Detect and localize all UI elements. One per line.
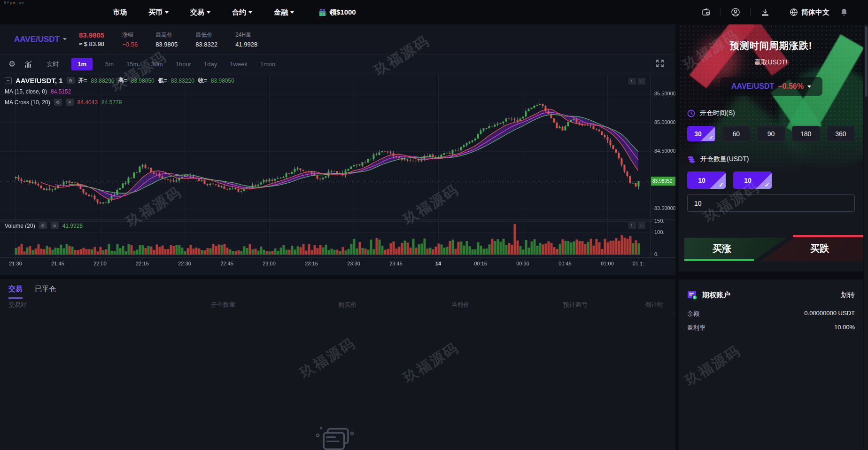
high-label: 高= bbox=[118, 77, 127, 85]
nav-item-市场[interactable]: 市场 bbox=[113, 8, 127, 17]
collapse-icon[interactable]: − bbox=[5, 77, 12, 84]
nav-item-买币[interactable]: 买币 bbox=[148, 8, 169, 17]
transfer-link[interactable]: 划转 bbox=[841, 291, 855, 300]
check-icon: ✓ bbox=[719, 181, 724, 188]
close-icon[interactable]: ✕ bbox=[66, 99, 74, 106]
amount-preset-1[interactable]: 10 ✓ bbox=[687, 171, 726, 189]
gear-icon[interactable]: ⚙ bbox=[39, 222, 47, 229]
indicator-icon[interactable] bbox=[24, 61, 32, 68]
ohlc-legend: − AAVE/USDT, 1 ⚙ 开=83.88290 高=83.98050 低… bbox=[5, 77, 234, 85]
chevron-down-icon bbox=[63, 38, 67, 40]
buy-up-accent bbox=[684, 259, 754, 261]
time-option-360[interactable]: 360 bbox=[827, 126, 855, 141]
account-header: 期权账户 划转 bbox=[687, 290, 855, 300]
buy-row: 买涨 买跌 bbox=[679, 235, 863, 264]
chevron-down-icon bbox=[248, 11, 252, 14]
timeframe-1week[interactable]: 1week bbox=[230, 61, 248, 68]
timeframe-30m[interactable]: 30m bbox=[151, 61, 163, 68]
timeframe-1day[interactable]: 1day bbox=[204, 61, 217, 68]
time-option-180[interactable]: 180 bbox=[792, 126, 820, 141]
time-option-30[interactable]: 30✓ bbox=[687, 126, 715, 141]
nav-item-label: 合约 bbox=[232, 8, 246, 17]
divider bbox=[721, 8, 721, 16]
timeframe-1hour[interactable]: 1hour bbox=[176, 61, 191, 68]
stat-value: −0.56 bbox=[122, 41, 138, 48]
stat-value: 41.9928 bbox=[235, 41, 257, 48]
time-option-60[interactable]: 60 bbox=[722, 126, 750, 141]
stat-value: 83.9805 bbox=[155, 41, 178, 48]
column-当前价: 当前价 bbox=[404, 301, 517, 309]
user-icon[interactable] bbox=[730, 7, 741, 17]
open-value: 83.88290 bbox=[91, 78, 115, 84]
chart-toolbar: ⚙ 实时1m5m15m30m1hour1day1week1mon bbox=[0, 54, 675, 74]
wallet-icon[interactable] bbox=[701, 7, 711, 17]
bell-icon[interactable] bbox=[839, 7, 849, 17]
timeframe-row: 实时1m5m15m30m1hour1day1week1mon bbox=[46, 58, 275, 70]
timeframe-1m[interactable]: 1m bbox=[71, 58, 93, 70]
language-label: 简体中文 bbox=[801, 8, 829, 17]
nav-item-交易[interactable]: 交易 bbox=[190, 8, 210, 17]
chevron-down-icon bbox=[807, 85, 811, 88]
empty-state-icon bbox=[307, 424, 363, 450]
time-options: 30✓6090180360 bbox=[687, 126, 855, 141]
approx-price: ≈ $ 83.98 bbox=[79, 40, 104, 47]
last-price: 83.9805 bbox=[79, 31, 104, 39]
row-value: 0.00000000 USDT bbox=[804, 310, 855, 318]
nav-item-合约[interactable]: 合约 bbox=[232, 8, 252, 17]
buy-down-accent bbox=[793, 235, 863, 237]
time-option-label: 360 bbox=[835, 130, 846, 138]
macross-legend: MA Cross (10, 20) ⚙ ✕ 84.4043 84.5779 bbox=[5, 99, 122, 106]
volume-legend: Volume (20) ⚙ ✕ 41.9928 bbox=[5, 222, 83, 229]
ma-label: MA (15, close, 0) bbox=[5, 88, 47, 95]
open-time-label: 开仓时间(S) bbox=[700, 109, 735, 117]
check-icon: ✓ bbox=[765, 181, 770, 188]
pair-selector-dropdown[interactable]: AAVE/USDT −0.56% bbox=[720, 77, 822, 96]
nav-right: 简体中文 bbox=[701, 0, 849, 24]
download-icon[interactable] bbox=[760, 7, 770, 17]
coins-icon bbox=[687, 155, 696, 163]
settings-gear-icon[interactable]: ⚙ bbox=[8, 59, 16, 69]
amount-input[interactable] bbox=[687, 194, 855, 212]
open-time-section: 开仓时间(S) bbox=[687, 109, 735, 117]
time-option-90[interactable]: 90 bbox=[757, 126, 785, 141]
nav-menu: 市场买币交易合约金融 bbox=[113, 8, 294, 17]
gear-icon[interactable]: ⚙ bbox=[67, 77, 75, 84]
gear-icon[interactable]: ⚙ bbox=[54, 99, 62, 106]
pair-label: AAVE/USDT bbox=[14, 35, 60, 44]
low-label: 低= bbox=[158, 77, 167, 85]
trade-panel: 预测时间周期涨跌! 赢取USDT! AAVE/USDT −0.56% 开仓时间(… bbox=[679, 24, 863, 272]
legend-symbol: AAVE/USDT, 1 bbox=[16, 77, 63, 85]
positions-table-header: 交易对开仓数量购买价当前价预计盈亏倒计时 bbox=[0, 301, 663, 309]
preset-label: 10 bbox=[698, 177, 705, 184]
tab-交易[interactable]: 交易 bbox=[8, 285, 23, 299]
timeframe-5m[interactable]: 5m bbox=[105, 61, 114, 68]
account-title: 期权账户 bbox=[702, 291, 730, 300]
chevron-down-icon bbox=[165, 11, 169, 14]
scrollbar-thumb[interactable] bbox=[865, 26, 868, 97]
nav-item-金融[interactable]: 金融 bbox=[274, 8, 294, 17]
account-panel: 期权账户 划转 余额 0.00000000 USDT盈利率 10.00% bbox=[679, 279, 863, 450]
open-label: 开= bbox=[78, 77, 87, 85]
account-row-余额: 余额 0.00000000 USDT bbox=[687, 310, 855, 318]
timeframe-15m[interactable]: 15m bbox=[126, 61, 138, 68]
close-value: 83.98050 bbox=[211, 78, 234, 84]
time-option-label: 90 bbox=[767, 130, 775, 138]
promo-button[interactable]: 领$1000 bbox=[318, 8, 356, 17]
divider bbox=[0, 313, 675, 313]
column-预计盈亏: 预计盈亏 bbox=[517, 301, 634, 309]
chevron-down-icon bbox=[290, 11, 294, 14]
site-tag: 9fym.me bbox=[4, 1, 25, 6]
stat-最低价: 最低价 83.8322 bbox=[195, 31, 217, 48]
macross-label: MA Cross (10, 20) bbox=[5, 99, 50, 106]
tab-已平仓[interactable]: 已平仓 bbox=[35, 285, 56, 299]
close-icon[interactable]: ✕ bbox=[51, 222, 59, 229]
fullscreen-icon[interactable] bbox=[655, 58, 665, 70]
language-selector[interactable]: 简体中文 bbox=[790, 8, 829, 17]
timeframe-1mon[interactable]: 1mon bbox=[260, 61, 276, 68]
timeframe-实时[interactable]: 实时 bbox=[46, 60, 59, 69]
time-option-label: 180 bbox=[800, 130, 811, 138]
amount-preset-2[interactable]: 10 ✓ bbox=[733, 171, 772, 189]
open-amount-label: 开仓数量(USDT) bbox=[700, 155, 749, 163]
pair-dropdown[interactable]: AAVE/USDT bbox=[14, 35, 67, 44]
ma-value: 84.5152 bbox=[51, 88, 71, 95]
